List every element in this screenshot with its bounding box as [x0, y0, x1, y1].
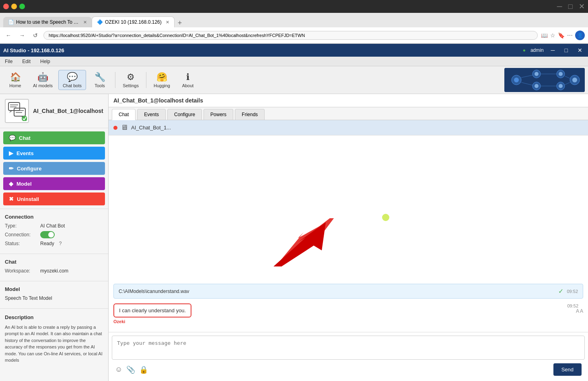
toolbar-hugging-button[interactable]: 🤗 Hugging: [150, 70, 174, 90]
content-area: AI_Chat_Bot_1@localhost details Chat Eve…: [109, 94, 588, 381]
message-bubble: I can clearly understand you.: [113, 303, 191, 318]
toolbar-about-label: About: [182, 83, 194, 88]
contact-row[interactable]: 🖥 AI_Chat_Bot_1...: [109, 120, 588, 135]
toolbar-right: [504, 68, 585, 92]
connection-section: Connection Type: AI Chat Bot Connection:…: [0, 209, 108, 254]
send-button[interactable]: Send: [553, 363, 582, 376]
contact-name: AI_Chat_Bot_1...: [131, 125, 171, 131]
toolbar-tools-button[interactable]: 🔧 Tools: [88, 70, 112, 90]
menu-file[interactable]: File: [3, 58, 14, 65]
app-maximize-button[interactable]: □: [562, 46, 570, 54]
red-arrow: [261, 218, 334, 268]
close-icon[interactable]: ✕: [579, 2, 585, 10]
content-header: AI_Chat_Bot_1@localhost details: [109, 94, 588, 107]
toolbar-tools-label: Tools: [95, 83, 105, 88]
message-input[interactable]: [112, 336, 585, 360]
hugging-icon: 🤗: [156, 72, 167, 82]
online-indicator: ●: [523, 47, 526, 53]
sidebar-model-button[interactable]: ◆ Model: [3, 177, 105, 190]
content-title: AI_Chat_Bot_1@localhost details: [113, 97, 203, 104]
contact-status-indicator: [113, 126, 117, 130]
toolbar-settings-label: Settings: [123, 83, 139, 88]
browser-tab-1[interactable]: 📄 How to use the Speech To Text m... ✕: [3, 17, 92, 27]
address-input[interactable]: [43, 31, 538, 40]
model-section-title: Model: [5, 286, 103, 292]
app-close-button[interactable]: ✕: [575, 46, 585, 54]
svg-point-2: [514, 78, 519, 82]
bookmark-icon[interactable]: 🔖: [558, 32, 565, 39]
lock-icon[interactable]: 🔒: [139, 365, 148, 374]
menu-edit[interactable]: Edit: [21, 58, 32, 65]
connection-label: Connection:: [5, 232, 37, 238]
wav-time: 09:52: [567, 289, 578, 294]
tab-chat-label: Chat: [119, 112, 129, 117]
chat-section-title: Chat: [5, 259, 103, 265]
tab2-close-button[interactable]: ✕: [166, 20, 169, 25]
title-bar-left: [3, 4, 25, 9]
toolbar-ai-models-button[interactable]: 🤖 AI models: [29, 70, 57, 90]
sidebar-header: AI_Chat_Bot_1@localhost: [0, 94, 108, 128]
sidebar-buttons: 💬 Chat ▶ Events ✏ Configure ◆ Model ✖: [0, 128, 108, 209]
toolbar-separator-2: [146, 72, 146, 88]
ai-models-icon: 🤖: [37, 72, 48, 82]
toolbar-chat-bots-button[interactable]: 💬 Chat bots: [58, 70, 86, 90]
toolbar-chat-bots-label: Chat bots: [63, 83, 82, 88]
forward-button[interactable]: →: [17, 31, 27, 39]
sidebar-icon-container: [5, 99, 29, 123]
chat-contacts: 🖥 AI_Chat_Bot_1...: [109, 120, 588, 135]
back-button[interactable]: ←: [3, 31, 14, 39]
sidebar-events-icon: ▶: [9, 150, 13, 156]
tab-chat[interactable]: Chat: [112, 109, 136, 120]
description-title: Description: [5, 313, 103, 322]
tab-powers[interactable]: Powers: [204, 109, 233, 120]
username-label: admin: [530, 47, 544, 53]
message-meta: 09:52 A A: [567, 303, 583, 314]
tab-friends[interactable]: Friends: [235, 109, 265, 120]
chatbot-icon: [7, 101, 27, 121]
help-icon[interactable]: ?: [59, 241, 62, 246]
sidebar-events-button[interactable]: ▶ Events: [3, 147, 105, 160]
sidebar-uninstall-button[interactable]: ✖ Uninstall: [3, 193, 105, 205]
sidebar-configure-button[interactable]: ✏ Configure: [3, 162, 105, 175]
star-icon[interactable]: ☆: [550, 32, 555, 39]
svg-point-4: [535, 72, 539, 76]
connection-row: Connection:: [5, 231, 103, 238]
profile-icon[interactable]: 👤: [575, 31, 585, 40]
connection-toggle[interactable]: [40, 231, 55, 238]
toolbar-separator: [115, 72, 115, 88]
svg-point-12: [572, 78, 577, 82]
refresh-button[interactable]: ↺: [31, 31, 40, 39]
window-maximize-button[interactable]: [19, 4, 25, 9]
maximize-icon[interactable]: □: [568, 2, 573, 10]
tab-bar: 📄 How to use the Speech To Text m... ✕ 🔷…: [0, 13, 588, 27]
toolbar-home-button[interactable]: 🏠 Home: [3, 70, 27, 90]
toolbar-settings-button[interactable]: ⚙ Settings: [119, 70, 143, 90]
attachment-icon[interactable]: 📎: [126, 365, 135, 374]
browser-tab-2[interactable]: 🔷 OZEKI 10 (192.168.0.126) ✕: [92, 16, 175, 27]
minimize-icon[interactable]: ─: [557, 2, 562, 10]
menu-help[interactable]: Help: [39, 58, 52, 65]
chat-section: Chat Workspace: myozeki.com: [0, 254, 108, 281]
tab-events[interactable]: Events: [137, 109, 166, 120]
app-minimize-button[interactable]: ─: [549, 46, 557, 54]
menu-icon[interactable]: ⋯: [567, 32, 573, 39]
sidebar-chat-button[interactable]: 💬 Chat: [3, 131, 105, 144]
checkmark-icon: ✓: [558, 287, 563, 295]
toolbar-about-button[interactable]: ℹ About: [176, 70, 200, 90]
sidebar-events-label: Events: [16, 150, 34, 156]
description-text: An AI bot is able to create a reply by p…: [5, 324, 103, 364]
new-tab-button[interactable]: +: [175, 19, 185, 27]
reader-icon[interactable]: 📖: [541, 32, 548, 39]
window-close-button[interactable]: [3, 4, 9, 9]
toolbar-hugging-label: Hugging: [154, 83, 170, 88]
window-minimize-button[interactable]: [11, 4, 17, 9]
tab1-close-button[interactable]: ✕: [83, 20, 87, 25]
about-icon: ℹ: [186, 72, 189, 82]
text-message-row: I can clearly understand you. Ozeki 09:5…: [113, 303, 583, 324]
emoji-icon[interactable]: ☺: [115, 365, 122, 374]
aa-size-control[interactable]: A A: [576, 308, 583, 314]
toggle-dot: [48, 232, 54, 238]
sidebar-configure-label: Configure: [17, 166, 41, 172]
messages-area: C:\AIModels\icanunderstand.wav ✓ 09:52: [109, 135, 588, 332]
tab-configure[interactable]: Configure: [167, 109, 202, 120]
